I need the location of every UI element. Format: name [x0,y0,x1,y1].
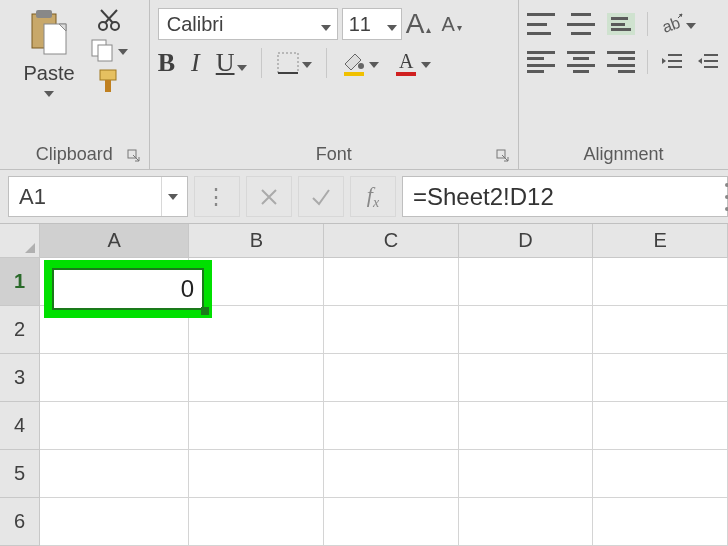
cell-C4[interactable] [324,402,459,450]
cut-button[interactable] [97,8,121,32]
cell-E4[interactable] [593,402,728,450]
ribbon-group-alignment: ab [519,0,728,169]
increase-indent-button[interactable] [696,51,720,73]
cell-B6[interactable] [189,498,324,546]
row-header-2[interactable]: 2 [0,306,40,354]
cell-E1[interactable] [593,258,728,306]
cell-D4[interactable] [459,402,594,450]
clipboard-launcher-icon[interactable] [127,149,141,163]
svg-rect-11 [105,80,111,92]
cell-E5[interactable] [593,450,728,498]
svg-point-15 [358,63,364,69]
cell-A4[interactable] [40,402,190,450]
cell-E6[interactable] [593,498,728,546]
cell-C5[interactable] [324,450,459,498]
column-header-E[interactable]: E [593,224,728,258]
paste-menu-caret[interactable] [44,83,54,101]
name-box-caret[interactable] [161,177,183,216]
format-painter-icon [96,68,122,94]
row-header-1[interactable]: 1 [0,258,40,306]
orientation-caret [686,15,696,33]
paste-icon [26,8,72,60]
paste-button[interactable]: Paste [8,6,90,126]
borders-icon [276,51,300,75]
align-right-button[interactable] [607,51,635,73]
align-bottom-button[interactable] [607,13,635,35]
cell-C6[interactable] [324,498,459,546]
fill-color-caret [369,54,379,72]
align-left-button[interactable] [527,51,555,73]
cell-D3[interactable] [459,354,594,402]
row-header-6[interactable]: 6 [0,498,40,546]
align-top-button[interactable] [527,13,555,35]
row-header-5[interactable]: 5 [0,450,40,498]
grid-row-6: 6 [0,498,728,546]
copy-button[interactable] [90,38,128,62]
fill-color-icon [341,50,367,76]
svg-text:A: A [399,50,414,72]
name-box[interactable]: A1 [8,176,188,217]
scissors-icon [97,8,121,32]
formula-bar: A1 ⋮ fx =Sheet2!D12 [0,170,728,224]
cancel-icon [260,188,278,206]
cell-D6[interactable] [459,498,594,546]
select-all-corner[interactable] [0,224,40,258]
svg-rect-18 [396,72,416,76]
cell-B4[interactable] [189,402,324,450]
bold-button[interactable]: B [158,48,175,78]
grid-row-4: 4 [0,402,728,450]
cell-D5[interactable] [459,450,594,498]
cancel-button[interactable] [246,176,292,217]
cell-D2[interactable] [459,306,594,354]
copy-menu-caret[interactable] [118,41,128,59]
grid-row-3: 3 [0,354,728,402]
cell-B5[interactable] [189,450,324,498]
row-header-4[interactable]: 4 [0,402,40,450]
cell-A3[interactable] [40,354,190,402]
align-middle-button[interactable] [567,13,595,35]
decrease-indent-icon [660,51,684,73]
decrease-indent-button[interactable] [660,51,684,73]
font-name-select[interactable]: Calibri [158,8,338,40]
column-header-B[interactable]: B [189,224,324,258]
fill-color-button[interactable] [341,50,379,76]
cell-D1[interactable] [459,258,594,306]
italic-button[interactable]: I [191,48,200,78]
formula-input[interactable]: =Sheet2!D12 [402,176,728,217]
column-header-C[interactable]: C [324,224,459,258]
borders-caret [302,54,312,72]
copy-icon [90,38,116,62]
font-group-label: Font [158,140,510,165]
cell-C1[interactable] [324,258,459,306]
grid-row-5: 5 [0,450,728,498]
align-center-button[interactable] [567,51,595,73]
cell-A6[interactable] [40,498,190,546]
underline-caret [237,48,247,78]
cell-C2[interactable] [324,306,459,354]
font-size-select[interactable]: 11 [342,8,402,40]
fill-handle[interactable] [201,307,209,315]
font-launcher-icon[interactable] [496,149,510,163]
formula-bar-options[interactable]: ⋮ [194,176,240,217]
underline-button[interactable]: U [216,48,247,78]
cell-C3[interactable] [324,354,459,402]
cell-E3[interactable] [593,354,728,402]
format-painter-button[interactable] [96,68,122,94]
insert-function-button[interactable]: fx [350,176,396,217]
cell-E2[interactable] [593,306,728,354]
row-header-3[interactable]: 3 [0,354,40,402]
cell-A5[interactable] [40,450,190,498]
fx-icon: fx [367,182,379,211]
paste-label: Paste [23,62,74,85]
column-header-D[interactable]: D [459,224,594,258]
increase-indent-icon [696,51,720,73]
enter-button[interactable] [298,176,344,217]
column-header-A[interactable]: A [40,224,190,258]
borders-button[interactable] [276,51,312,75]
cell-B3[interactable] [189,354,324,402]
ribbon-group-font: Calibri 11 A▴ A▾ B I [150,0,519,169]
orientation-button[interactable]: ab [660,12,696,36]
font-color-button[interactable]: A [393,50,431,76]
grow-font-button[interactable]: A▴ [406,8,432,40]
shrink-font-button[interactable]: A▾ [441,13,461,36]
